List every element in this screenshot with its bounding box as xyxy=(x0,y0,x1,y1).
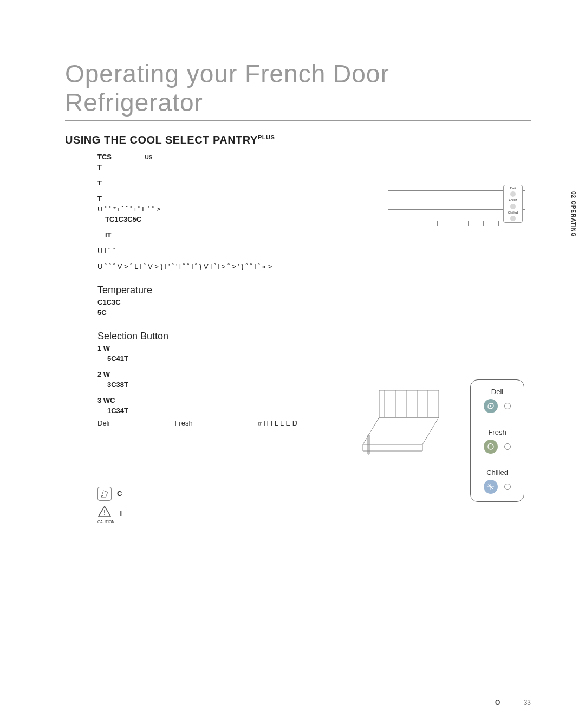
intro-l4: T xyxy=(98,195,531,203)
intro-l5: U ˚ ˚ * i ˆ ˆ ˚ i ˚ L ˚ ˚ > xyxy=(98,205,531,213)
panel-chilled-label: Chilled xyxy=(476,468,518,476)
panel-deli-label: Deli xyxy=(476,388,518,396)
intro-l2: T xyxy=(98,163,531,171)
temperature-l1: C1C3C xyxy=(98,298,531,306)
intro-l8: U I ˚ ˚ xyxy=(98,247,531,255)
intro-l9: U ˚ ˚ ˚ V > ˚ L i ˚ V > } i ' ˚ ' i ˚ ˚ … xyxy=(98,262,531,270)
sel-2a: 2 W xyxy=(98,370,531,378)
intro-l1a: TCS xyxy=(98,153,112,161)
svg-point-15 xyxy=(104,514,105,515)
footer-section: O xyxy=(495,699,500,706)
temperature-l2: 5C xyxy=(98,308,531,317)
deli-icon[interactable] xyxy=(484,399,498,413)
section-heading-text: USING THE COOL SELECT PANTRY xyxy=(65,134,258,146)
intro-l1b: US xyxy=(145,154,152,160)
temperature-heading: Temperature xyxy=(98,285,531,296)
drawer-open-illustration xyxy=(358,390,444,455)
fresh-icon[interactable] xyxy=(484,440,498,454)
page-title: Operating your French Door Refrigerator xyxy=(65,60,531,121)
fresh-indicator xyxy=(504,443,511,450)
chilled-icon[interactable] xyxy=(484,480,498,494)
sel-3b: 1C34T xyxy=(98,407,531,415)
sel-2b: 3C38T xyxy=(98,381,531,389)
labels-chilled: # H I L L E D xyxy=(258,419,297,427)
page-footer: O 33 xyxy=(495,699,531,706)
labels-deli: Deli xyxy=(98,419,109,427)
intro-l7: ΙΤ xyxy=(98,231,531,239)
caution-icon xyxy=(98,504,112,518)
intro-l3: T xyxy=(98,179,531,187)
panel-fresh-label: Fresh xyxy=(476,428,518,436)
svg-rect-0 xyxy=(379,390,439,417)
footer-page-number: 33 xyxy=(524,699,531,706)
chilled-indicator xyxy=(504,484,511,490)
deli-indicator xyxy=(504,403,511,409)
note-1: C xyxy=(117,489,122,498)
note-icon xyxy=(98,487,112,501)
section-heading: USING THE COOL SELECT PANTRYPLUS xyxy=(65,134,531,146)
intro-l6: TC1C3C5C xyxy=(98,215,531,223)
temperature-control-panel: Deli Fresh Chilled xyxy=(470,379,524,502)
selection-heading: Selection Button xyxy=(98,331,531,342)
note-2: I xyxy=(120,510,122,518)
labels-fresh: Fresh xyxy=(174,419,192,427)
caution-label: CAUTION xyxy=(98,520,115,524)
section-heading-sup: PLUS xyxy=(258,134,275,140)
sel-3a: 3 WC xyxy=(98,396,531,404)
sel-1b: 5C41T xyxy=(98,355,531,363)
sel-1a: 1 W xyxy=(98,344,531,352)
